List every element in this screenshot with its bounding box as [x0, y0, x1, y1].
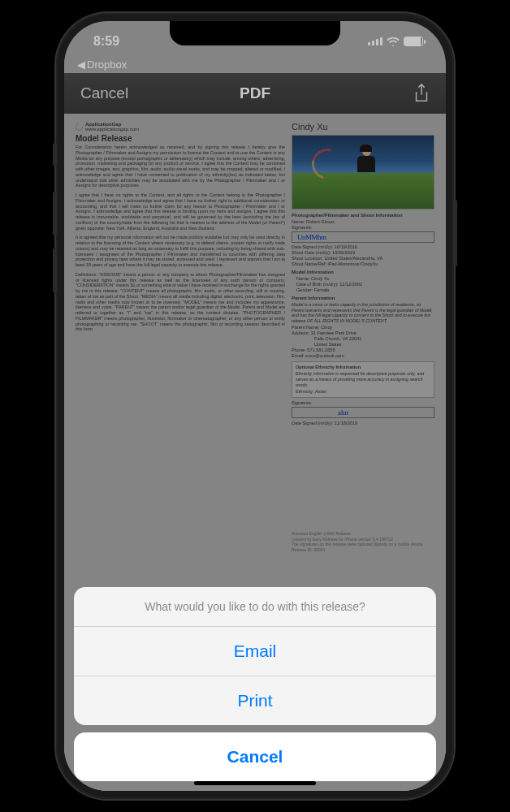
screen: 8:59 ◀ Dropbox Cancel PDF [64, 21, 446, 791]
print-button[interactable]: Print [74, 676, 436, 725]
home-indicator[interactable] [194, 781, 316, 785]
side-button [53, 143, 57, 166]
email-button[interactable]: Email [74, 627, 436, 676]
phone-frame: 8:59 ◀ Dropbox Cancel PDF [56, 13, 454, 799]
action-sheet: What would you like to do with this rele… [74, 587, 436, 781]
action-sheet-title: What would you like to do with this rele… [74, 587, 436, 627]
side-button [53, 248, 57, 292]
sheet-cancel-button[interactable]: Cancel [74, 732, 436, 781]
side-button [53, 192, 57, 235]
side-button [453, 200, 457, 266]
